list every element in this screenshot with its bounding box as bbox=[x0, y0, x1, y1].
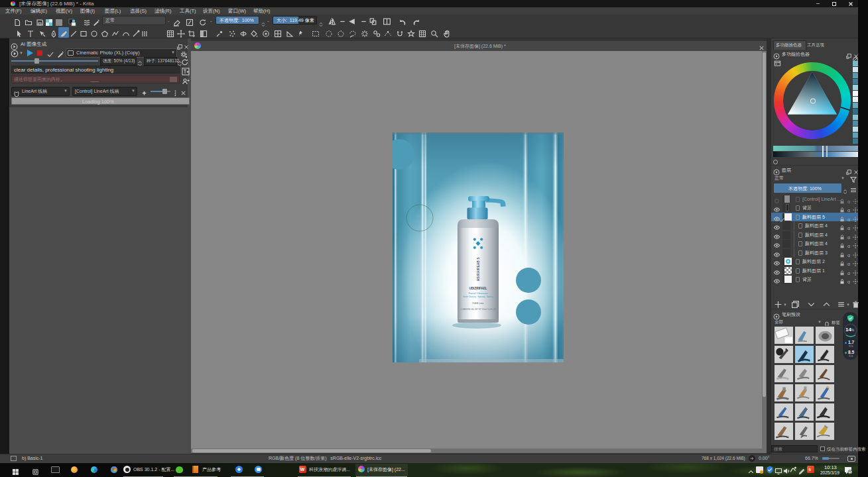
svg-text:Facial Cleanser: Facial Cleanser bbox=[468, 292, 488, 295]
svg-text:5: 5 bbox=[849, 470, 851, 474]
svg-text:UDIZRIFAEL: UDIZRIFAEL bbox=[469, 287, 487, 290]
svg-text:HSIRAIREAB S: HSIRAIREAB S bbox=[477, 257, 480, 281]
svg-text:Gentle Cleansing - Hydrating -: Gentle Cleansing - Hydrating - Soothing bbox=[463, 295, 493, 298]
svg-text:α: α bbox=[847, 280, 850, 285]
svg-text:α: α bbox=[847, 262, 850, 267]
svg-text:CLEANSING GEL NET WT 150ml / 5: CLEANSING GEL NET WT 150ml / 5.0 FL OZ bbox=[461, 308, 496, 311]
svg-text:F4EB Lime: F4EB Lime bbox=[473, 302, 484, 305]
svg-text:α: α bbox=[847, 226, 850, 231]
svg-text:α: α bbox=[847, 244, 850, 249]
